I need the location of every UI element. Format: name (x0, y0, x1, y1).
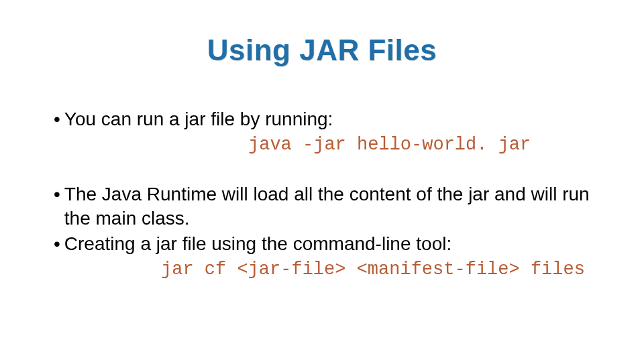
slide-content: • You can run a jar file by running: jav… (40, 107, 604, 282)
bullet-dot-icon: • (54, 182, 60, 206)
bullet-item-3: • Creating a jar file using the command-… (54, 232, 604, 256)
bullet-dot-icon: • (54, 107, 60, 131)
bullet-text-2: The Java Runtime will load all the conte… (64, 182, 604, 231)
bullet-dot-icon: • (54, 232, 60, 256)
bullet-item-2: • The Java Runtime will load all the con… (54, 182, 604, 231)
bullet-text-1: You can run a jar file by running: (64, 107, 333, 131)
bullet-item-1: • You can run a jar file by running: (54, 107, 604, 131)
spacer (54, 158, 604, 182)
slide-container: Using JAR Files • You can run a jar file… (0, 0, 644, 362)
code-line-1: java -jar hello-world. jar (54, 133, 604, 157)
bullet-text-3: Creating a jar file using the command-li… (64, 232, 451, 256)
slide-title: Using JAR Files (40, 34, 604, 67)
code-line-2: jar cf <jar-file> <manifest-file> files (54, 257, 604, 282)
